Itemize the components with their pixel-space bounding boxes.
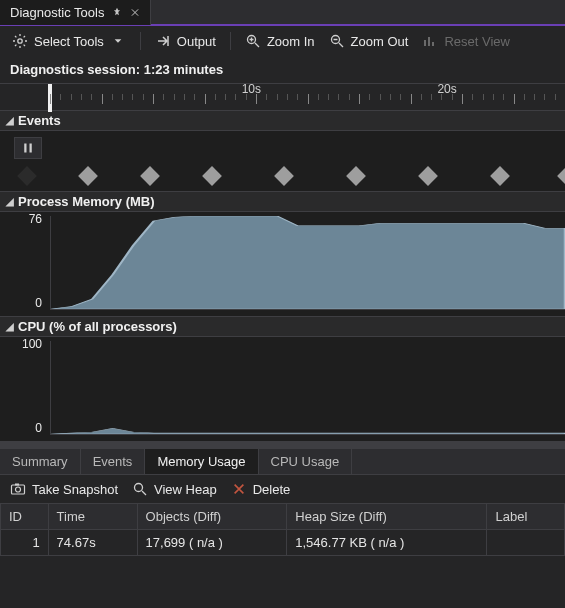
tab-summary[interactable]: Summary: [0, 449, 81, 474]
camera-icon: [10, 481, 26, 497]
table-cell: 74.67s: [48, 530, 137, 556]
table-cell: 1,546.77 KB ( n/a ): [287, 530, 487, 556]
column-header[interactable]: Label: [487, 504, 565, 530]
toolbar-separator: [140, 32, 141, 50]
cpu-panel-body: 100 0: [0, 337, 565, 441]
event-marker[interactable]: [557, 166, 565, 186]
memory-ymax-label: 76: [29, 212, 42, 226]
table-header-row: IDTimeObjects (Diff)Heap Size (Diff)Labe…: [1, 504, 565, 530]
events-panel-body: [0, 131, 565, 191]
events-panel-header[interactable]: ◢ Events: [0, 111, 565, 131]
memory-ymin-label: 0: [35, 296, 42, 310]
column-header[interactable]: Heap Size (Diff): [287, 504, 487, 530]
zoom-out-button[interactable]: Zoom Out: [325, 31, 413, 51]
cpu-panel-title: CPU (% of all processors): [18, 319, 177, 334]
window-tabbar: Diagnostic Tools: [0, 0, 565, 26]
collapse-triangle-icon: ◢: [6, 196, 14, 207]
timeline-ruler[interactable]: 10s20s: [0, 83, 565, 111]
events-panel: ◢ Events: [0, 111, 565, 192]
view-heap-label: View Heap: [154, 482, 217, 497]
cpu-ymax-label: 100: [22, 337, 42, 351]
table-cell: 1: [1, 530, 49, 556]
timeline-tick-label: 10s: [242, 82, 261, 96]
pause-button[interactable]: [14, 137, 42, 159]
output-icon: [155, 33, 171, 49]
tab-cpu-usage[interactable]: CPU Usage: [259, 449, 353, 474]
memory-panel-header[interactable]: ◢ Process Memory (MB): [0, 192, 565, 212]
svg-rect-6: [24, 144, 26, 153]
tab-memory-usage[interactable]: Memory Usage: [145, 449, 258, 474]
table-cell: 17,699 ( n/a ): [137, 530, 287, 556]
timeline-tick-label: 20s: [437, 82, 456, 96]
event-marker[interactable]: [346, 166, 366, 186]
detail-tabs: SummaryEventsMemory UsageCPU Usage: [0, 448, 565, 475]
events-panel-title: Events: [18, 113, 61, 128]
column-header[interactable]: Objects (Diff): [137, 504, 287, 530]
snapshot-table: IDTimeObjects (Diff)Heap Size (Diff)Labe…: [0, 503, 565, 556]
take-snapshot-label: Take Snapshot: [32, 482, 118, 497]
window-tab-label: Diagnostic Tools: [10, 5, 104, 20]
reset-view-button[interactable]: Reset View: [418, 31, 514, 51]
close-icon[interactable]: [130, 7, 140, 17]
collapse-triangle-icon: ◢: [6, 115, 14, 126]
event-marker[interactable]: [17, 166, 37, 186]
svg-rect-7: [30, 144, 32, 153]
chevron-down-icon: [110, 33, 126, 49]
zoom-in-button[interactable]: Zoom In: [241, 31, 319, 51]
zoom-in-label: Zoom In: [267, 34, 315, 49]
output-button[interactable]: Output: [151, 31, 220, 51]
svg-point-0: [18, 39, 22, 43]
event-marker[interactable]: [78, 166, 98, 186]
zoom-out-icon: [329, 33, 345, 49]
event-marker[interactable]: [490, 166, 510, 186]
pin-icon[interactable]: [112, 7, 122, 17]
view-heap-button[interactable]: View Heap: [132, 481, 217, 497]
memory-panel-body: 76 0: [0, 212, 565, 316]
svg-rect-8: [12, 485, 25, 494]
select-tools-label: Select Tools: [34, 34, 104, 49]
event-marker[interactable]: [418, 166, 438, 186]
reset-view-label: Reset View: [444, 34, 510, 49]
collapse-triangle-icon: ◢: [6, 321, 14, 332]
svg-rect-4: [428, 37, 430, 46]
memory-panel-title: Process Memory (MB): [18, 194, 155, 209]
reset-view-icon: [422, 33, 438, 49]
search-icon: [132, 481, 148, 497]
toolbar-separator: [230, 32, 231, 50]
table-row[interactable]: 174.67s17,699 ( n/a )1,546.77 KB ( n/a ): [1, 530, 565, 556]
delete-icon: [231, 481, 247, 497]
timeline-ticks: 10s20s: [50, 94, 565, 112]
svg-point-9: [16, 487, 21, 492]
cpu-plot[interactable]: [50, 341, 565, 435]
column-header[interactable]: Time: [48, 504, 137, 530]
cpu-panel-header[interactable]: ◢ CPU (% of all processors): [0, 317, 565, 337]
svg-rect-5: [432, 42, 434, 46]
snapshot-toolbar: Take Snapshot View Heap Delete: [0, 475, 565, 503]
main-toolbar: Select Tools Output Zoom In Zoom Out: [0, 26, 565, 56]
output-label: Output: [177, 34, 216, 49]
window-tab-diagnostic-tools[interactable]: Diagnostic Tools: [0, 0, 151, 25]
svg-rect-10: [15, 484, 19, 486]
zoom-in-icon: [245, 33, 261, 49]
delete-button[interactable]: Delete: [231, 481, 291, 497]
event-marker[interactable]: [140, 166, 160, 186]
event-marker[interactable]: [274, 166, 294, 186]
event-markers-row: [50, 167, 565, 189]
tab-events[interactable]: Events: [81, 449, 146, 474]
take-snapshot-button[interactable]: Take Snapshot: [10, 481, 118, 497]
svg-rect-3: [424, 40, 426, 46]
select-tools-button[interactable]: Select Tools: [8, 31, 130, 51]
memory-yaxis: 76 0: [0, 212, 46, 310]
cpu-yaxis: 100 0: [0, 337, 46, 435]
event-marker[interactable]: [202, 166, 222, 186]
table-cell: [487, 530, 565, 556]
column-header[interactable]: ID: [1, 504, 49, 530]
diagnostic-tools-window: Diagnostic Tools Select Tools Output: [0, 0, 565, 608]
memory-panel: ◢ Process Memory (MB) 76 0: [0, 192, 565, 317]
svg-point-11: [135, 484, 143, 492]
memory-plot[interactable]: [50, 216, 565, 310]
cpu-panel: ◢ CPU (% of all processors) 100 0: [0, 317, 565, 442]
cpu-ymin-label: 0: [35, 421, 42, 435]
delete-label: Delete: [253, 482, 291, 497]
gear-icon: [12, 33, 28, 49]
